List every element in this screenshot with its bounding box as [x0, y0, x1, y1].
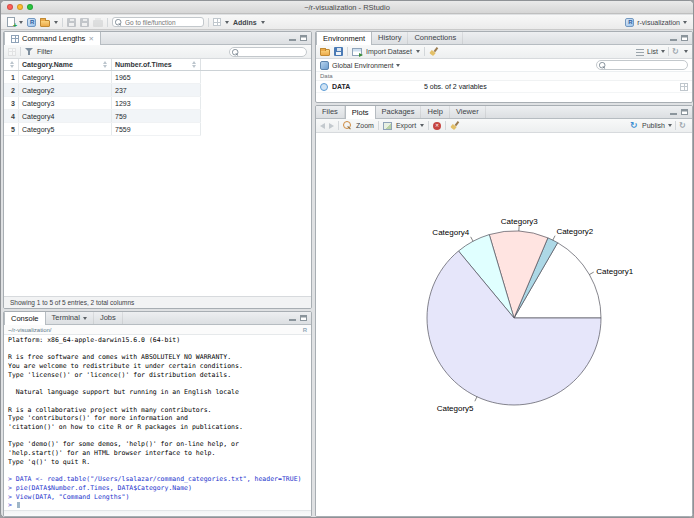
table-row[interactable]: 3Category31293 [4, 97, 201, 110]
new-file-dropdown-icon[interactable] [19, 21, 23, 24]
print-icon[interactable] [93, 20, 103, 27]
refresh-dropdown-icon[interactable] [684, 50, 688, 53]
minimize-panel-icon[interactable] [289, 315, 296, 321]
tab-terminal[interactable]: Terminal [46, 312, 94, 324]
table-cell: 1 [4, 71, 19, 83]
pane-layout-icon[interactable] [213, 18, 221, 26]
addins-dropdown-icon[interactable] [261, 21, 265, 24]
table-row[interactable]: 2Category2237 [4, 84, 201, 97]
filter-button[interactable]: Filter [37, 48, 53, 55]
close-window-icon[interactable] [7, 4, 13, 10]
maximize-panel-icon[interactable] [300, 315, 307, 321]
tab-console[interactable]: Console [4, 312, 46, 325]
tab-packages[interactable]: Packages [376, 106, 422, 118]
export-plot-icon [383, 122, 392, 130]
maximize-panel-icon[interactable] [300, 35, 307, 41]
tab-plots[interactable]: Plots [345, 106, 376, 119]
open-file-icon[interactable] [40, 20, 50, 27]
tab-help[interactable]: Help [421, 106, 449, 118]
minimize-panel-icon[interactable] [289, 35, 296, 41]
list-view-dropdown-icon[interactable] [661, 50, 665, 53]
close-tab-icon[interactable] [88, 33, 93, 45]
clear-objects-icon[interactable] [429, 47, 439, 57]
load-workspace-icon[interactable] [320, 49, 330, 56]
table-row[interactable]: 1Category11965 [4, 71, 201, 84]
save-icon[interactable] [67, 18, 76, 27]
maximize-panel-icon[interactable] [681, 35, 688, 41]
console-horizontal-scrollbar[interactable] [4, 510, 311, 516]
previous-plot-icon[interactable] [320, 123, 325, 129]
publish-icon [630, 121, 639, 130]
data-object-icon [320, 83, 328, 91]
zoom-window-icon[interactable] [27, 4, 33, 10]
working-directory[interactable]: ~/r-visualization/ [8, 325, 52, 335]
env-object-name: DATA [332, 83, 420, 90]
tab-files[interactable]: Files [316, 106, 345, 118]
pie-label: Category5 [437, 404, 474, 413]
refresh-plot-icon[interactable] [679, 121, 688, 130]
save-all-icon[interactable] [80, 18, 89, 27]
tab-jobs[interactable]: Jobs [94, 312, 123, 324]
new-project-icon[interactable] [27, 18, 36, 27]
tab-viewer[interactable]: Viewer [450, 106, 486, 118]
toolbar-separator [445, 121, 446, 130]
console-output-line [8, 466, 307, 475]
tab-command-lengths[interactable]: Command Lengths [4, 32, 101, 45]
plots-tabbar: Files Plots Packages Help Viewer [316, 106, 692, 119]
refresh-environment-icon[interactable] [672, 47, 681, 56]
column-header-number-of-times[interactable]: Number.of.Times [112, 59, 201, 70]
tab-connections[interactable]: Connections [408, 32, 463, 44]
rstudio-window: ~/r-visualization - RStudio Addins r-vis… [0, 0, 694, 518]
import-dataset-dropdown-icon[interactable] [416, 50, 420, 53]
filter-icon[interactable] [25, 47, 33, 56]
export-dropdown-icon[interactable] [420, 124, 424, 127]
table-search-input[interactable] [229, 47, 307, 57]
view-table-icon[interactable] [680, 83, 688, 91]
publish-dropdown-icon[interactable] [668, 124, 672, 127]
plots-toolbar: Zoom Export Publish [316, 119, 692, 133]
next-plot-icon[interactable] [329, 123, 334, 129]
console-output-line: R is free software and comes with ABSOLU… [8, 353, 307, 362]
table-search [229, 47, 307, 57]
data-viewer-panel: Command Lengths Filter Category.Name [3, 31, 312, 309]
table-row[interactable]: 5Category57559 [4, 123, 201, 136]
tab-environment[interactable]: Environment [316, 32, 372, 45]
column-header-category-name[interactable]: Category.Name [19, 59, 112, 70]
project-dropdown-icon[interactable] [683, 21, 687, 24]
maximize-panel-icon[interactable] [681, 109, 688, 115]
minimize-panel-icon[interactable] [670, 109, 677, 115]
table-row[interactable]: 4Category4759 [4, 110, 201, 123]
list-view-button[interactable]: List [647, 48, 658, 55]
tab-history[interactable]: History [372, 32, 408, 44]
pane-layout-dropdown-icon[interactable] [225, 21, 229, 24]
environment-scope-selector[interactable]: Global Environment [332, 62, 393, 69]
import-dataset-button[interactable]: Import Dataset [366, 48, 412, 55]
console-output-line: Natural language support but running in … [8, 388, 307, 397]
clear-all-plots-icon[interactable] [450, 121, 460, 131]
row-number-header[interactable] [4, 59, 19, 70]
publish-button[interactable]: Publish [642, 122, 665, 129]
new-file-icon[interactable] [7, 17, 15, 27]
save-workspace-icon[interactable] [334, 47, 343, 56]
environment-search-input[interactable] [596, 60, 688, 70]
table-cell: Category1 [19, 71, 112, 83]
pie-label-tick [475, 397, 477, 402]
project-menu-button[interactable]: r-visualization [637, 19, 680, 26]
console-command-line: > pie(DATA$Number.of.Times, DATA$Categor… [8, 484, 307, 493]
minimize-panel-icon[interactable] [670, 35, 677, 41]
export-plot-button[interactable]: Export [396, 122, 416, 129]
minimize-window-icon[interactable] [17, 4, 23, 10]
pie-label-tick [471, 237, 473, 241]
terminal-dropdown-icon[interactable] [83, 317, 87, 320]
console-output-line: You are welcome to redistribute it under… [8, 362, 307, 371]
console-output[interactable]: Platform: x86_64-apple-darwin15.6.0 (64-… [4, 335, 311, 510]
addins-button[interactable]: Addins [233, 19, 257, 26]
remove-plot-icon[interactable] [433, 122, 441, 130]
traffic-lights [7, 4, 33, 10]
env-object-row[interactable]: DATA5 obs. of 2 variables [316, 81, 692, 93]
goto-file-input[interactable] [112, 17, 204, 27]
recent-files-dropdown-icon[interactable] [54, 21, 58, 24]
popout-view-icon[interactable] [8, 48, 16, 56]
zoom-plot-button[interactable]: Zoom [356, 122, 374, 129]
scope-dropdown-icon[interactable] [396, 64, 400, 67]
